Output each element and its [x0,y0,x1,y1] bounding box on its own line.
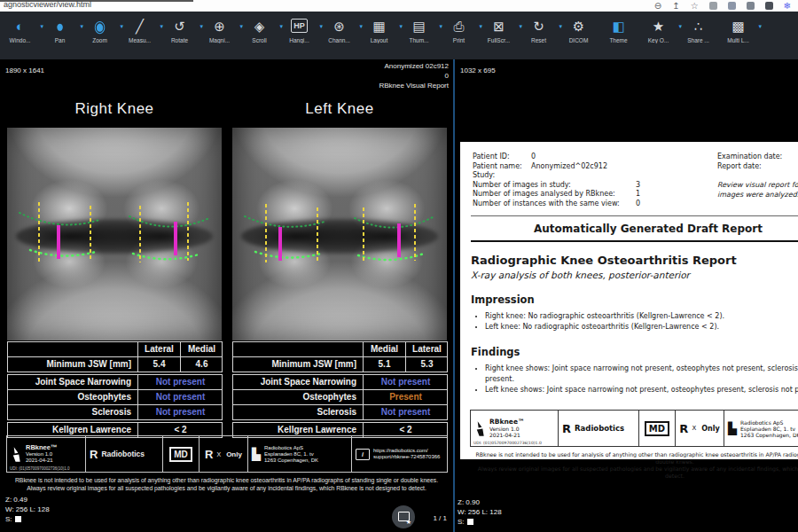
tool-measure[interactable]: ╱Measu...▾ [120,12,160,43]
support-url-path: support/rbknee-7245870366 [373,454,440,460]
tool-zoom[interactable]: ◉Zoom▾ [80,12,120,43]
overlay-annotations: Anonymized 02c912 0 RBknee Visual Report [379,61,449,90]
series-description: RBknee Visual Report [379,81,449,90]
review-note: Review visual report for add images were… [717,181,798,200]
tool-share[interactable]: ∴Share ... [678,12,718,43]
tool-multi-link[interactable]: ▩Multi L...▾ [718,12,758,43]
impression-item: Right knee: No radiographic osteoarthrit… [485,311,798,322]
left-viewport[interactable]: 1890 x 1641 Anonymized 02c912 0 RBknee V… [0,59,453,532]
zoom-out-icon[interactable]: ⊖ [654,0,661,12]
print-icon: ⎙ [439,15,479,37]
manufacturer-box: ▙ Radiobotics ApS Esplanaden 8C, 1. tv 1… [724,410,798,447]
report-subtitle: X-ray analysis of both knees, posterior-… [471,270,798,280]
md-badge: MD [645,421,669,436]
patient-id-overlay: 0 [379,71,449,81]
right-knee-annotations [7,128,222,340]
share-icon[interactable]: ↥ [672,0,679,12]
left-knee-annotations [232,128,447,340]
row-label: Sclerosis [8,405,138,419]
impression-heading: Impression [471,293,798,306]
viewer-toolbar: ◐Windo...▾ ●Pan▾ ◉Zoom▾ ╱Measu...▾ ↺Rota… [0,12,798,59]
jsw-value: 5.1 [364,357,406,372]
extension-icon[interactable] [728,2,736,10]
impression-list: Right knee: No radiographic osteoarthrit… [485,311,798,332]
extension-icon[interactable] [765,2,773,10]
udi-code: UDI: (01)05700970002736(10)1.0 [473,441,542,445]
tool-fullscreen[interactable]: ⊠FullScr...▾ [479,12,519,43]
factory-icon: ▙ [252,449,261,460]
right-knee-analysis-table: LateralMedial Minimum JSW [mm]5.44.6 Joi… [7,341,223,438]
tool-rotate[interactable]: ↺Rotate▾ [160,12,200,43]
url-text[interactable]: agnosticviewer/view.html [4,0,91,9]
patient-name: Anonymized^02c912 [531,162,607,172]
tool-hanging-protocol[interactable]: HPHangi...▾ [279,12,319,43]
sclerosis-status: Not present [364,405,448,419]
row-label: Osteophytes [8,390,138,404]
jsw-value: 4.6 [181,357,223,372]
tool-thumbnails[interactable]: ▤Thum...▾ [399,12,439,43]
measure-icon: ╱ [120,15,160,37]
md-box: MD [638,410,676,447]
tool-magnify[interactable]: ⊕Magni...▾ [200,12,239,43]
osteophytes-status: Present [364,390,448,404]
window-level-icon: ◐ [0,15,40,37]
left-knee-xray-image [232,128,447,340]
field-label: Patient name: [473,162,522,170]
md-badge: MD [169,447,192,462]
right-viewport[interactable]: 1032 x 695 Patient ID:0 Patient name:Ano… [455,59,798,532]
device-label-footer: RBknee™ Version 1.0 2021-04-21 UDI: (01)… [471,410,798,447]
patient-id: 0 [531,153,536,162]
page-indicator: 1 / 1 [410,514,447,522]
manufacturer-name: Radiobotics ApS [740,419,798,426]
star-icon: ★ [638,15,678,37]
field-label: Study: [473,171,495,179]
tool-key-objects[interactable]: ★Key O...▾ [638,12,678,43]
tool-window-level[interactable]: ◐Windo...▾ [0,12,40,43]
patient-anonymized-label: Anonymized 02c912 [379,61,449,71]
zoom-factor: Z: 0.90 [458,497,502,507]
product-version: Version 1.0 [26,451,57,458]
draft-report-banner: Automatically Generated Draft Report [471,216,798,242]
osteophytes-status: Not present [138,390,223,404]
tool-theme[interactable]: ◧Theme [598,12,638,43]
disclaimer-text: RBknee is not intended to be used for an… [2,476,451,492]
series-square [467,519,473,525]
jsw-value: 5.3 [406,357,448,372]
share-nodes-icon: ∴ [678,15,718,37]
product-box: RBknee™ Version 1.0 2021-04-21 UDI: (01)… [6,435,86,473]
tool-reset[interactable]: ↻Reset▾ [519,12,559,43]
jsw-value: 5.4 [138,357,181,372]
instances-same-view-count: 0 [636,200,640,209]
tool-pan[interactable]: ●Pan▾ [40,12,80,43]
factory-icon: ▙ [728,423,737,434]
rbknee-logo-icon [474,420,486,437]
bookmark-star-icon[interactable]: ☆ [691,0,699,12]
tool-layout[interactable]: ▦Layout▾ [359,12,399,43]
series-square [15,516,21,522]
snowflake-extension-icon[interactable]: ❄ [784,0,791,12]
image-dimensions: 1032 x 695 [460,66,496,74]
right-viewport-status: Z: 0.90 W: 256 L: 128 S: [458,497,502,527]
row-label: Joint Space Narrowing [8,375,138,389]
tool-print[interactable]: ⎙Print▾ [439,12,479,43]
row-label: Joint Space Narrowing [233,375,364,389]
udi-code: UDI: (01)05700970002736(10)1.0 [10,466,70,471]
tool-channel[interactable]: ⊛Chann...▾ [319,12,359,43]
pan-mouse-icon: ● [40,12,80,40]
column-header: Medial [364,342,406,356]
product-date: 2021-04-21 [489,432,525,438]
findings-heading: Findings [471,346,798,358]
product-date: 2021-04-21 [26,458,57,464]
product-version: Version 1.0 [489,426,525,432]
images-analysed-count: 1 [636,190,640,200]
radiobotics-logo: R [562,423,571,434]
tool-dicom[interactable]: ⚙DICOM [559,12,598,43]
chevron-down-icon[interactable]: ▾ [758,23,762,30]
extension-icon[interactable] [709,2,717,10]
manual-book-icon: i [356,449,370,460]
tool-scroll[interactable]: ◈Scroll▾ [239,12,279,43]
extension-icon[interactable] [747,2,755,10]
row-label: Osteophytes [233,390,364,404]
sclerosis-status: Not present [138,405,223,419]
gear-icon: ⚙ [559,15,598,37]
